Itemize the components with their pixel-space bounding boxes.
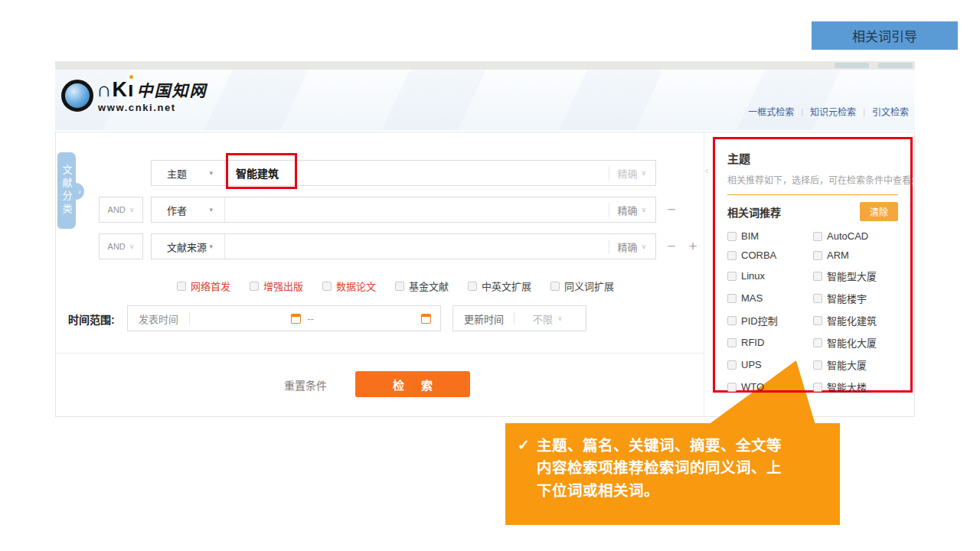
field-select-source[interactable]: 文献来源 ▾ bbox=[152, 234, 225, 259]
related-words-list: BIM AutoCAD CORBA ARM Linux 智能型大厦 MAS 智能… bbox=[727, 230, 898, 394]
related-word-checkbox[interactable]: MAS bbox=[727, 291, 813, 305]
checkbox[interactable] bbox=[813, 338, 822, 347]
checkbox[interactable] bbox=[250, 282, 259, 291]
chevron-down-icon: ∨ bbox=[641, 243, 646, 250]
cnki-advanced-search-page: 相关词引导 ∩Kı 中国知网 www.cnki.net 高级检索 专业检索 作者… bbox=[0, 0, 980, 551]
option-fund-literature[interactable]: 基金文献 bbox=[395, 279, 449, 293]
checkbox[interactable] bbox=[727, 383, 737, 392]
checkbox[interactable] bbox=[727, 251, 737, 260]
caret-down-icon: ▾ bbox=[209, 169, 213, 177]
annotation-callout: ✓ 主题、篇名、关键词、摘要、全文等 内容检索项推荐检索词的同义词、上 下位词或… bbox=[505, 423, 840, 525]
link-onebox-search[interactable]: 一框式检索 bbox=[748, 105, 794, 118]
field-select-topic[interactable]: 主题 ▾ bbox=[152, 161, 225, 185]
related-word-checkbox[interactable]: AutoCAD bbox=[813, 230, 898, 242]
checkbox[interactable] bbox=[727, 316, 737, 325]
related-word-checkbox[interactable]: 智能型大厦 bbox=[813, 269, 898, 283]
chevron-down-icon: ∨ bbox=[129, 243, 135, 250]
caret-down-icon: ▾ bbox=[209, 243, 213, 250]
top-links: 一框式检索 | 知识元检索 | 引文检索 bbox=[748, 105, 909, 118]
chevron-right-icon[interactable]: › bbox=[75, 183, 84, 200]
divider: | bbox=[801, 107, 803, 116]
checkbox[interactable] bbox=[813, 251, 822, 260]
strip-chip bbox=[878, 63, 913, 68]
cnki-logo[interactable]: ∩Kı 中国知网 www.cnki.net bbox=[61, 80, 207, 112]
related-word-checkbox[interactable]: 智能化建筑 bbox=[813, 313, 898, 328]
related-word-checkbox[interactable]: 智能楼宇 bbox=[813, 291, 898, 305]
related-word-checkbox[interactable]: RFID bbox=[727, 335, 813, 350]
link-knowledge-search[interactable]: 知识元检索 bbox=[810, 105, 856, 118]
checkbox[interactable] bbox=[550, 282, 560, 291]
option-data-paper[interactable]: 数据论文 bbox=[322, 279, 376, 293]
link-citation-search[interactable]: 引文检索 bbox=[872, 105, 909, 118]
remove-row-icon[interactable]: − bbox=[664, 239, 679, 254]
range-separator: -- bbox=[307, 313, 314, 324]
top-strip bbox=[55, 61, 915, 70]
checkbox[interactable] bbox=[813, 383, 822, 392]
update-time-select[interactable]: 更新时间 不限 ∨ bbox=[452, 305, 586, 331]
related-word-checkbox[interactable]: 智能大楼 bbox=[813, 380, 898, 394]
checkbox[interactable] bbox=[813, 360, 822, 370]
collapse-panel-icon[interactable]: ‹ bbox=[705, 165, 708, 176]
divider bbox=[189, 312, 190, 324]
match-mode-select[interactable]: 精确 ∨ bbox=[609, 166, 646, 181]
match-mode-select[interactable]: 精确 ∨ bbox=[609, 240, 646, 254]
publish-time-range: 发表时间 -- bbox=[127, 305, 441, 331]
reset-conditions-button[interactable]: 重置条件 bbox=[284, 377, 327, 393]
checkbox[interactable] bbox=[727, 294, 737, 303]
related-word-checkbox[interactable]: PID控制 bbox=[727, 313, 813, 328]
related-word-checkbox[interactable]: UPS bbox=[727, 357, 813, 372]
checkbox[interactable] bbox=[727, 338, 737, 347]
checkbox[interactable] bbox=[727, 272, 737, 281]
chevron-down-icon: ∨ bbox=[641, 206, 646, 214]
field-select-author[interactable]: 作者 ▾ bbox=[152, 197, 225, 222]
time-range-label: 时间范围: bbox=[68, 311, 115, 327]
search-form-panel: 文献分类 › 主题 ▾ 智能建筑 精确 ∨ AND ∨ 作者 ▾ bbox=[55, 132, 915, 417]
remove-row-icon[interactable]: − bbox=[664, 202, 679, 217]
search-button[interactable]: 检 索 bbox=[355, 371, 470, 397]
checkbox[interactable] bbox=[813, 316, 822, 325]
divider bbox=[514, 312, 514, 324]
calendar-icon[interactable] bbox=[421, 314, 431, 324]
calendar-icon[interactable] bbox=[291, 314, 301, 324]
logo-url-text: www.cnki.net bbox=[98, 103, 207, 112]
checkbox[interactable] bbox=[468, 282, 477, 291]
recommend-field-title: 主题 bbox=[727, 150, 898, 166]
document-classification-tab[interactable]: 文献分类 › bbox=[57, 152, 76, 229]
logo-cn-text: 中国知网 bbox=[137, 83, 207, 99]
match-mode-select[interactable]: 精确 ∨ bbox=[609, 203, 646, 217]
checkbox[interactable] bbox=[727, 232, 737, 241]
related-word-checkbox[interactable]: ARM bbox=[813, 249, 898, 261]
checkbox[interactable] bbox=[727, 360, 737, 370]
checkbox[interactable] bbox=[813, 272, 822, 281]
add-row-icon[interactable]: + bbox=[685, 239, 701, 254]
option-network-first[interactable]: 网络首发 bbox=[177, 279, 230, 293]
checkbox[interactable] bbox=[177, 282, 186, 291]
logo-i-dot bbox=[129, 75, 133, 79]
related-word-checkbox[interactable]: BIM bbox=[727, 230, 813, 242]
option-cn-en-extension[interactable]: 中英文扩展 bbox=[468, 279, 531, 293]
checkbox[interactable] bbox=[322, 282, 332, 291]
checkbox[interactable] bbox=[813, 294, 822, 303]
globe-icon bbox=[61, 80, 93, 112]
chevron-down-icon: ∨ bbox=[129, 206, 135, 214]
check-icon: ✓ bbox=[518, 435, 530, 514]
logic-operator-select[interactable]: AND ∨ bbox=[99, 197, 143, 223]
callout-text: 主题、篇名、关键词、摘要、全文等 内容检索项推荐检索词的同义词、上 下位词或相关… bbox=[537, 435, 782, 514]
checkbox[interactable] bbox=[395, 282, 404, 291]
related-word-checkbox[interactable]: 智能大厦 bbox=[813, 357, 898, 372]
search-condition-row: 作者 ▾ 精确 ∨ bbox=[151, 197, 656, 223]
clear-button[interactable]: 清除 bbox=[860, 202, 898, 221]
related-word-checkbox[interactable]: CORBA bbox=[727, 249, 813, 261]
checkbox[interactable] bbox=[813, 232, 822, 241]
related-word-checkbox[interactable]: 智能化大厦 bbox=[813, 335, 898, 350]
logo-mark: ∩Kı bbox=[96, 80, 135, 100]
recommend-subtitle: 相关推荐如下，选择后，可在检索条件中查看; bbox=[727, 173, 898, 186]
search-options: 网络首发 增强出版 数据论文 基金文献 中英文扩展 同义词扩展 bbox=[177, 279, 614, 293]
logic-operator-select[interactable]: AND ∨ bbox=[99, 233, 143, 259]
chevron-down-icon: ∨ bbox=[557, 315, 563, 322]
option-synonym-extension[interactable]: 同义词扩展 bbox=[550, 279, 614, 293]
related-word-checkbox[interactable]: WTO bbox=[727, 380, 813, 394]
option-enhanced-publish[interactable]: 增强出版 bbox=[250, 279, 303, 293]
related-word-checkbox[interactable]: Linux bbox=[727, 269, 813, 283]
divider bbox=[727, 194, 898, 195]
